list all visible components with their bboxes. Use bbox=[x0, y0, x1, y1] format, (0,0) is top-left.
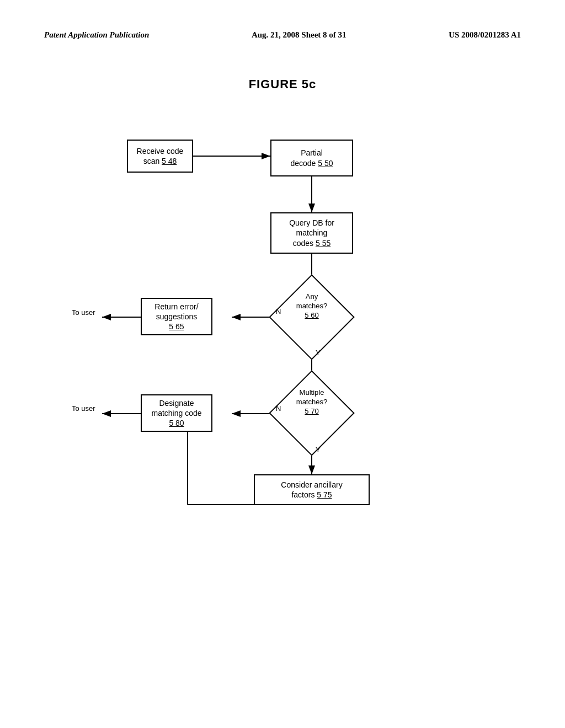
consider-ancillary-label: Consider ancillaryfactors bbox=[281, 480, 342, 499]
page-header: Patent Application Publication Aug. 21, … bbox=[0, 30, 565, 40]
n-label-2: N bbox=[276, 404, 281, 413]
any-matches-diamond bbox=[280, 286, 343, 349]
partial-decode-number: 5 50 bbox=[318, 159, 333, 168]
return-error-number: 5 65 bbox=[169, 322, 184, 331]
designate-matching-box: Designatematching code5 80 bbox=[141, 394, 212, 432]
multiple-matches-diamond bbox=[280, 382, 343, 445]
consider-ancillary-box: Consider ancillaryfactors 5 75 bbox=[254, 474, 370, 505]
n-label-1: N bbox=[276, 307, 281, 315]
receive-code-box: Receive codescan 5 48 bbox=[127, 140, 193, 173]
return-error-label: Return error/suggestions bbox=[154, 302, 198, 321]
to-user-2: To user bbox=[72, 404, 95, 414]
designate-label: Designatematching code bbox=[151, 399, 201, 417]
header-publication: Patent Application Publication bbox=[44, 30, 149, 40]
consider-ancillary-number: 5 75 bbox=[317, 490, 332, 499]
return-error-box: Return error/suggestions5 65 bbox=[141, 298, 212, 335]
partial-decode-box: Partialdecode 5 50 bbox=[270, 140, 353, 176]
flowchart: Receive codescan 5 48 Partialdecode 5 50… bbox=[0, 110, 565, 728]
query-db-box: Query DB formatchingcodes 5 55 bbox=[270, 212, 353, 254]
receive-code-number: 5 48 bbox=[162, 157, 177, 165]
figure-title: FIGURE 5c bbox=[249, 77, 317, 92]
to-user-1: To user bbox=[72, 308, 95, 318]
header-date-sheet: Aug. 21, 2008 Sheet 8 of 31 bbox=[252, 30, 347, 40]
y-label-2: Y bbox=[316, 446, 321, 454]
header-patent-number: US 2008/0201283 A1 bbox=[449, 30, 521, 40]
designate-number: 5 80 bbox=[169, 419, 184, 427]
query-db-number: 5 55 bbox=[316, 239, 331, 248]
y-label-1: Y bbox=[316, 349, 321, 357]
